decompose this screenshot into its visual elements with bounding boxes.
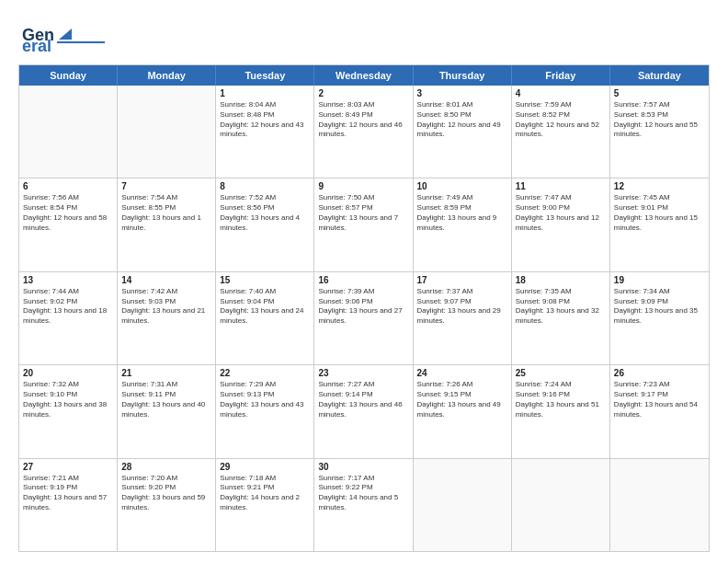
calendar-cell [512, 459, 610, 551]
day-number: 9 [318, 181, 408, 191]
calendar-cell: 5Sunrise: 7:57 AM Sunset: 8:53 PM Daylig… [610, 86, 709, 178]
cell-info: Sunrise: 7:42 AM Sunset: 9:03 PM Dayligh… [121, 287, 211, 327]
day-number: 28 [121, 462, 211, 472]
weekday-header: Friday [512, 65, 610, 86]
weekday-header: Saturday [610, 65, 709, 86]
page: Gen eral SundayMondayTuesdayWednesdayThu… [0, 0, 728, 563]
cell-info: Sunrise: 7:56 AM Sunset: 8:54 PM Dayligh… [23, 193, 113, 233]
logo: Gen eral [18, 17, 105, 55]
calendar-cell: 13Sunrise: 7:44 AM Sunset: 9:02 PM Dayli… [19, 272, 118, 364]
day-number: 20 [23, 368, 113, 378]
day-number: 23 [318, 368, 408, 378]
cell-info: Sunrise: 7:49 AM Sunset: 8:59 PM Dayligh… [417, 193, 507, 233]
calendar-cell: 9Sunrise: 7:50 AM Sunset: 8:57 PM Daylig… [314, 178, 413, 270]
calendar-cell: 7Sunrise: 7:54 AM Sunset: 8:55 PM Daylig… [118, 178, 216, 270]
weekday-header: Monday [118, 65, 216, 86]
day-number: 11 [516, 181, 606, 191]
cell-info: Sunrise: 7:31 AM Sunset: 9:11 PM Dayligh… [121, 380, 211, 419]
day-number: 15 [220, 275, 310, 285]
cell-info: Sunrise: 8:01 AM Sunset: 8:50 PM Dayligh… [417, 100, 507, 140]
cell-info: Sunrise: 8:04 AM Sunset: 8:48 PM Dayligh… [220, 100, 310, 140]
calendar-cell [118, 86, 216, 178]
calendar-cell: 17Sunrise: 7:37 AM Sunset: 9:07 PM Dayli… [414, 272, 512, 364]
calendar-cell [414, 459, 512, 551]
cell-info: Sunrise: 7:52 AM Sunset: 8:56 PM Dayligh… [220, 193, 310, 233]
calendar-cell: 12Sunrise: 7:45 AM Sunset: 9:01 PM Dayli… [610, 178, 709, 270]
svg-text:eral: eral [22, 37, 51, 55]
calendar-cell: 8Sunrise: 7:52 AM Sunset: 8:56 PM Daylig… [216, 178, 314, 270]
day-number: 12 [614, 181, 705, 191]
calendar-week-row: 27Sunrise: 7:21 AM Sunset: 9:19 PM Dayli… [19, 459, 709, 551]
calendar-week-row: 20Sunrise: 7:32 AM Sunset: 9:10 PM Dayli… [19, 365, 709, 458]
cell-info: Sunrise: 7:45 AM Sunset: 9:01 PM Dayligh… [614, 193, 705, 233]
cell-info: Sunrise: 7:57 AM Sunset: 8:53 PM Dayligh… [614, 100, 705, 140]
calendar: SundayMondayTuesdayWednesdayThursdayFrid… [18, 64, 710, 552]
calendar-cell [19, 86, 118, 178]
cell-info: Sunrise: 7:23 AM Sunset: 9:17 PM Dayligh… [614, 380, 705, 419]
calendar-cell: 3Sunrise: 8:01 AM Sunset: 8:50 PM Daylig… [414, 86, 512, 178]
calendar-cell: 28Sunrise: 7:20 AM Sunset: 9:20 PM Dayli… [118, 459, 216, 551]
calendar-cell [610, 459, 709, 551]
calendar-cell: 16Sunrise: 7:39 AM Sunset: 9:06 PM Dayli… [314, 272, 413, 364]
cell-info: Sunrise: 7:21 AM Sunset: 9:19 PM Dayligh… [23, 474, 113, 513]
calendar-cell: 1Sunrise: 8:04 AM Sunset: 8:48 PM Daylig… [216, 86, 314, 178]
day-number: 7 [121, 181, 211, 191]
day-number: 26 [614, 368, 705, 378]
cell-info: Sunrise: 7:20 AM Sunset: 9:20 PM Dayligh… [121, 474, 211, 513]
day-number: 2 [318, 88, 408, 98]
calendar-cell: 10Sunrise: 7:49 AM Sunset: 8:59 PM Dayli… [414, 178, 512, 270]
calendar-cell: 15Sunrise: 7:40 AM Sunset: 9:04 PM Dayli… [216, 272, 314, 364]
calendar-cell: 19Sunrise: 7:34 AM Sunset: 9:09 PM Dayli… [610, 272, 709, 364]
day-number: 24 [417, 368, 507, 378]
day-number: 8 [220, 181, 310, 191]
calendar-cell: 18Sunrise: 7:35 AM Sunset: 9:08 PM Dayli… [512, 272, 610, 364]
day-number: 21 [121, 368, 211, 378]
day-number: 13 [23, 275, 113, 285]
cell-info: Sunrise: 7:35 AM Sunset: 9:08 PM Dayligh… [516, 287, 606, 327]
calendar-cell: 25Sunrise: 7:24 AM Sunset: 9:16 PM Dayli… [512, 365, 610, 457]
cell-info: Sunrise: 7:27 AM Sunset: 9:14 PM Dayligh… [318, 380, 408, 419]
weekday-header: Thursday [414, 65, 512, 86]
calendar-week-row: 13Sunrise: 7:44 AM Sunset: 9:02 PM Dayli… [19, 272, 709, 365]
calendar-cell: 21Sunrise: 7:31 AM Sunset: 9:11 PM Dayli… [118, 365, 216, 457]
day-number: 16 [318, 275, 408, 285]
calendar-body: 1Sunrise: 8:04 AM Sunset: 8:48 PM Daylig… [19, 86, 709, 551]
day-number: 22 [220, 368, 310, 378]
calendar-cell: 27Sunrise: 7:21 AM Sunset: 9:19 PM Dayli… [19, 459, 118, 551]
logo-underline [57, 41, 105, 43]
calendar-cell: 30Sunrise: 7:17 AM Sunset: 9:22 PM Dayli… [314, 459, 413, 551]
day-number: 5 [614, 88, 705, 98]
calendar-cell: 26Sunrise: 7:23 AM Sunset: 9:17 PM Dayli… [610, 365, 709, 457]
calendar-cell: 20Sunrise: 7:32 AM Sunset: 9:10 PM Dayli… [19, 365, 118, 457]
day-number: 14 [121, 275, 211, 285]
calendar-header: SundayMondayTuesdayWednesdayThursdayFrid… [19, 65, 709, 86]
cell-info: Sunrise: 7:26 AM Sunset: 9:15 PM Dayligh… [417, 380, 507, 419]
day-number: 17 [417, 275, 507, 285]
day-number: 18 [516, 275, 606, 285]
day-number: 19 [614, 275, 705, 285]
calendar-week-row: 1Sunrise: 8:04 AM Sunset: 8:48 PM Daylig… [19, 86, 709, 178]
cell-info: Sunrise: 7:37 AM Sunset: 9:07 PM Dayligh… [417, 287, 507, 327]
calendar-cell: 6Sunrise: 7:56 AM Sunset: 8:54 PM Daylig… [19, 178, 118, 270]
weekday-header: Wednesday [314, 65, 413, 86]
logo-triangle-icon [59, 29, 72, 40]
cell-info: Sunrise: 7:39 AM Sunset: 9:06 PM Dayligh… [318, 287, 408, 327]
cell-info: Sunrise: 7:34 AM Sunset: 9:09 PM Dayligh… [614, 287, 705, 327]
cell-info: Sunrise: 7:54 AM Sunset: 8:55 PM Dayligh… [121, 193, 211, 233]
header: Gen eral [18, 17, 710, 55]
day-number: 25 [516, 368, 606, 378]
day-number: 6 [23, 181, 113, 191]
calendar-cell: 2Sunrise: 8:03 AM Sunset: 8:49 PM Daylig… [314, 86, 413, 178]
cell-info: Sunrise: 7:24 AM Sunset: 9:16 PM Dayligh… [516, 380, 606, 419]
cell-info: Sunrise: 7:47 AM Sunset: 9:00 PM Dayligh… [516, 193, 606, 233]
cell-info: Sunrise: 7:40 AM Sunset: 9:04 PM Dayligh… [220, 287, 310, 327]
calendar-cell: 11Sunrise: 7:47 AM Sunset: 9:00 PM Dayli… [512, 178, 610, 270]
calendar-cell: 14Sunrise: 7:42 AM Sunset: 9:03 PM Dayli… [118, 272, 216, 364]
weekday-header: Tuesday [216, 65, 314, 86]
cell-info: Sunrise: 7:18 AM Sunset: 9:21 PM Dayligh… [220, 474, 310, 513]
calendar-cell: 24Sunrise: 7:26 AM Sunset: 9:15 PM Dayli… [414, 365, 512, 457]
weekday-header: Sunday [19, 65, 118, 86]
day-number: 30 [318, 462, 408, 472]
calendar-cell: 23Sunrise: 7:27 AM Sunset: 9:14 PM Dayli… [314, 365, 413, 457]
cell-info: Sunrise: 7:32 AM Sunset: 9:10 PM Dayligh… [23, 380, 113, 419]
